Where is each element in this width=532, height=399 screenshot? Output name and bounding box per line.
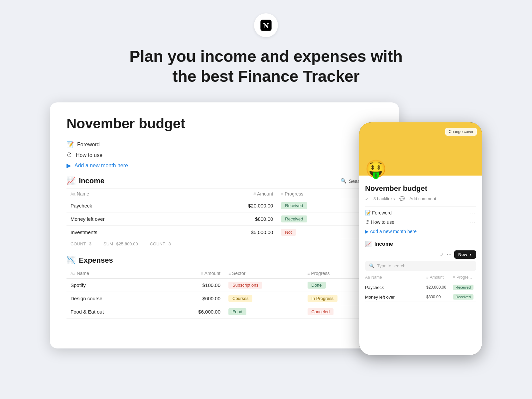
expenses-table: AaName #Amount ≡Sector ≡Progress	[66, 268, 382, 319]
sum-label: SUM	[103, 241, 113, 246]
exp-col-sector: ≡Sector	[224, 268, 304, 279]
mobile-content: November budget ↙ 3 backlinks 💬 Add comm…	[359, 176, 482, 355]
col-header-amount: #Amount	[185, 189, 277, 199]
investments-amount: $5,000.00	[185, 226, 277, 239]
mobile-new-button[interactable]: New ▼	[454, 250, 476, 259]
main-scene: November budget 📝 Foreword ⏱ How to use …	[50, 102, 482, 362]
moneyleftover-name: Money left over	[66, 212, 185, 226]
comment-icon: 💬	[399, 196, 405, 201]
income-row-investments[interactable]: Investments $5,000.00 Not	[66, 226, 382, 239]
nav-add-month[interactable]: ▶ Add a new month here	[66, 162, 382, 169]
spotify-amount: $100.00	[155, 279, 224, 292]
expenses-row-food[interactable]: Food & Eat out $6,000.00 Food Canceled	[66, 305, 382, 319]
mobile-nav-addmonth[interactable]: ▶ Add a new month here	[365, 227, 476, 236]
moneyleftover-amount: $800.00	[185, 212, 277, 226]
designcourse-amount: $600.00	[155, 292, 224, 305]
col-header-name: AaName	[66, 189, 185, 199]
mobile-row-moneyleftover[interactable]: Money left over $800.00 Received	[365, 292, 476, 302]
paycheck-amount: $20,000.00	[185, 199, 277, 212]
change-cover-btn[interactable]: Change cover	[445, 128, 477, 136]
backlinks-icon: ↙	[365, 196, 369, 201]
mobile-table-header: AaName #Amount ≡Progre...	[365, 274, 476, 281]
backlinks-count: 3 backlinks	[373, 196, 395, 201]
desktop-card: November budget 📝 Foreword ⏱ How to use …	[50, 102, 399, 348]
income-section-header: 📈 Income 🔍 Search ⤢ ···	[66, 177, 382, 185]
food-name: Food & Eat out	[66, 305, 155, 319]
mob-money-name: Money left over	[365, 295, 426, 300]
income-mob-icon: 📈	[365, 241, 372, 247]
svg-text:N: N	[263, 21, 269, 30]
spotify-name: Spotify	[66, 279, 155, 292]
investments-name: Investments	[66, 226, 185, 239]
expenses-title: 📉 Expenses	[66, 256, 113, 265]
food-sector: Food	[224, 305, 304, 319]
nav-foreword[interactable]: 📝 Foreword	[66, 141, 382, 148]
expenses-row-designcourse[interactable]: Design course $600.00 Courses In Progres…	[66, 292, 382, 305]
dropdown-arrow-icon: ▼	[469, 253, 472, 256]
mobile-db-header: ⤢ ··· New ▼	[365, 250, 476, 259]
designcourse-name: Design course	[66, 292, 155, 305]
mobile-card: Change cover 🤑 November budget ↙ 3 backl…	[359, 122, 482, 355]
mobile-income-section: 📈 Income	[365, 241, 476, 247]
count-label2: COUNT	[150, 241, 165, 246]
desktop-page-title: November budget	[66, 116, 382, 132]
howtouse-icon: ⏱	[66, 152, 72, 159]
search-mob-icon: 🔍	[369, 263, 374, 268]
search-icon: 🔍	[340, 178, 347, 184]
income-icon: 📈	[66, 177, 75, 185]
designcourse-sector: Courses	[224, 292, 304, 305]
exp-col-amount: #Amount	[155, 268, 224, 279]
expenses-row-spotify[interactable]: Spotify $100.00 Subscriptions Done	[66, 279, 382, 292]
income-row-moneyleftover[interactable]: Money left over $800.00 Received	[66, 212, 382, 226]
howtouse-dots: ···	[470, 219, 476, 225]
income-title: 📈 Income	[66, 177, 104, 185]
count-label1: COUNT	[70, 241, 86, 246]
triangle-icon: ▶	[66, 162, 71, 169]
mobile-page-title: November budget	[365, 184, 476, 193]
spotify-sector: Subscriptions	[224, 279, 304, 292]
mobile-meta: ↙ 3 backlinks 💬 Add comment	[365, 196, 476, 201]
add-comment-label[interactable]: Add comment	[409, 196, 436, 201]
exp-col-name: AaName	[66, 268, 155, 279]
paycheck-name: Paycheck	[66, 199, 185, 212]
foreword-icon: 📝	[66, 141, 74, 148]
mobile-expand-icon[interactable]: ⤢	[440, 252, 444, 257]
mobile-header: Change cover 🤑	[359, 122, 482, 176]
mob-money-badge: Received	[453, 294, 476, 300]
mobile-search-bar[interactable]: 🔍 Type to search...	[365, 261, 476, 271]
addmonth-mob-icon: ▶	[365, 229, 369, 234]
foreword-mob-icon: 📝	[365, 210, 371, 215]
mob-paycheck-amount: $20,000.00	[426, 285, 453, 290]
food-amount: $6,000.00	[155, 305, 224, 319]
income-table: AaName #Amount ≡Progress Paycheck $20,00…	[66, 189, 382, 239]
expenses-section-header: 📉 Expenses	[66, 256, 382, 265]
money-emoji: 🤑	[365, 160, 387, 178]
mob-paycheck-badge: Received	[453, 285, 476, 290]
mob-money-amount: $800.00	[426, 295, 453, 299]
hero-title: Plan you income and expenses with the be…	[129, 47, 403, 86]
expenses-icon: 📉	[66, 256, 75, 265]
notion-logo: N	[254, 13, 278, 37]
howtouse-mob-icon: ⏱	[365, 219, 370, 225]
mobile-nav-foreword[interactable]: 📝 Foreword ···	[365, 208, 476, 217]
mob-paycheck-name: Paycheck	[365, 285, 426, 290]
income-table-footer: COUNT 3 SUM $25,800.00 COUNT 3	[66, 239, 382, 249]
mobile-nav-howtouse[interactable]: ⏱ How to use ···	[365, 217, 476, 227]
nav-how-to-use[interactable]: ⏱ How to use	[66, 152, 382, 159]
income-row-paycheck[interactable]: Paycheck $20,000.00 Received	[66, 199, 382, 212]
mobile-row-paycheck[interactable]: Paycheck $20,000.00 Received	[365, 283, 476, 292]
foreword-dots: ···	[470, 210, 476, 215]
mobile-more-icon[interactable]: ···	[447, 251, 452, 258]
